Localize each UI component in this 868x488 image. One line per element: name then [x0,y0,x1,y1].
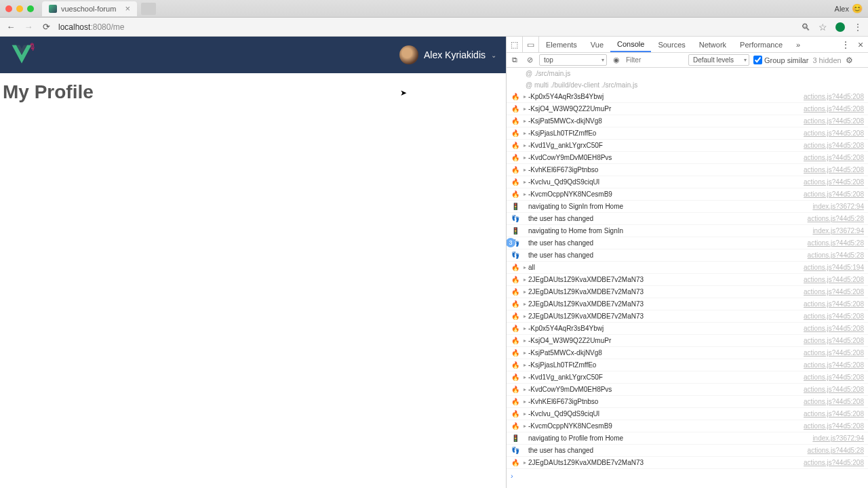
log-source-link[interactable]: actions.js?44d5:208 [804,103,864,115]
filter-input[interactable] [626,56,680,64]
expand-icon[interactable]: ▸ [521,188,528,200]
log-source-link[interactable]: actions.js?44d5:208 [804,408,864,420]
log-source-link[interactable]: actions.js?44d5:208 [804,347,864,359]
console-row[interactable]: 👣the user has changedactions.js?44d5:28 [507,445,868,457]
log-source-link[interactable]: actions.js?44d5:208 [804,359,864,371]
console-row[interactable]: 🔥▸-KsjPat5MWCx-dkjNVg8actions.js?44d5:20… [507,115,868,127]
log-source-link[interactable]: actions.js?44d5:28 [808,249,864,261]
devtools-menu-icon[interactable]: ⋮ [838,39,853,50]
log-source-link[interactable]: actions.js?44d5:208 [804,274,864,285]
new-tab-button[interactable] [141,3,156,15]
log-source-link[interactable]: actions.js?44d5:208 [804,115,864,127]
devtools-tab-sources[interactable]: Sources [651,37,692,52]
console-row[interactable]: 🔥▸2JEgDAUts1Z9KvaXMDBE7v2MaN73actions.js… [507,457,868,469]
expand-icon[interactable]: ▸ [521,152,528,163]
expand-icon[interactable]: ▸ [521,347,528,359]
console-row[interactable]: 🚦navigating to Profile from Homeindex.js… [507,432,868,445]
log-source-link[interactable]: actions.js?44d5:28 [808,213,864,224]
console-row[interactable]: 🔥▸-KsjO4_W3W9Q2Z2UmuPractions.js?44d5:20… [507,103,868,115]
close-window-button[interactable] [5,5,12,12]
expand-icon[interactable]: ▸ [521,262,528,273]
console-row[interactable]: 🔥▸-Kvclvu_Qd9QdS9ciqUlactions.js?44d5:20… [507,408,868,420]
console-row[interactable]: 🔥▸-KvhKEl6F673igPtnbsoactions.js?44d5:20… [507,164,868,176]
log-levels-selector[interactable]: Default levels [688,54,749,66]
console-row[interactable]: 🔥▸-KsjPjasLh0TFtZmffEoactions.js?44d5:20… [507,359,868,371]
live-expression-icon[interactable]: ◉ [611,56,622,64]
console-settings-icon[interactable]: ⚙ [846,56,853,65]
console-row[interactable]: 🔥▸-Kvclvu_Qd9QdS9ciqUlactions.js?44d5:20… [507,176,868,188]
clear-console-button[interactable]: ⊘ [524,56,535,64]
console-row[interactable]: 🚦navigating to Home from SignInindex.js?… [507,225,868,237]
log-source-link[interactable]: actions.js?44d5:208 [804,91,864,102]
console-row[interactable]: 🔥▸-KvdCowY9mDvM0EH8Pvsactions.js?44d5:20… [507,152,868,164]
search-icon[interactable]: 🔍︎ [801,22,810,33]
devtools-tab-console[interactable]: Console [610,37,651,52]
expand-icon[interactable]: ▸ [521,310,528,322]
tab-close-button[interactable]: × [125,3,130,14]
expand-icon[interactable]: ▸ [521,384,528,395]
console-row[interactable]: 🔥▸-KvcmOcppNYK8NCesmB9actions.js?44d5:20… [507,188,868,201]
console-row[interactable]: 🔥▸-KsjPat5MWCx-dkjNVg8actions.js?44d5:20… [507,347,868,359]
browser-profile[interactable]: Alex 😊 [835,3,863,14]
reload-button[interactable]: ⟳ [41,22,52,33]
console-row[interactable]: 🔥▸-Kp0x5Y4AqRr3sB4Ybwjactions.js?44d5:20… [507,323,868,335]
group-similar-input[interactable] [753,56,762,64]
expand-icon[interactable]: ▸ [521,457,528,468]
hidden-count[interactable]: 3 hidden [812,56,841,64]
console-prompt[interactable]: › [507,469,868,483]
forward-button[interactable]: → [23,22,34,33]
console-row[interactable]: 🔥▸2JEgDAUts1Z9KvaXMDBE7v2MaN73actions.js… [507,298,868,310]
expand-icon[interactable]: ▸ [521,371,528,383]
bookmark-icon[interactable]: ☆ [818,22,827,33]
console-row[interactable]: 🔥▸-KvcmOcppNYK8NCesmB9actions.js?44d5:20… [507,420,868,432]
log-source-link[interactable]: index.js?3672:94 [812,201,864,212]
log-source-link[interactable]: actions.js?44d5:28 [808,445,864,456]
log-source-link[interactable]: actions.js?44d5:208 [804,286,864,298]
log-source-link[interactable]: actions.js?44d5:28 [808,237,864,249]
log-source-link[interactable]: actions.js?44d5:208 [804,310,864,322]
group-similar-checkbox[interactable]: Group similar [753,56,808,64]
log-source-link[interactable]: actions.js?44d5:208 [804,188,864,200]
expand-icon[interactable]: ▸ [521,115,528,127]
log-source-link[interactable]: actions.js?44d5:194 [804,262,864,273]
expand-icon[interactable]: ▸ [521,91,528,102]
devtools-tab-performance[interactable]: Performance [733,37,789,52]
console-row[interactable]: 🔥▸-Kvd1Vg_ankLYgrxC50Factions.js?44d5:20… [507,371,868,384]
log-source-link[interactable]: actions.js?44d5:208 [804,371,864,383]
expand-icon[interactable]: ▸ [521,127,528,139]
expand-icon[interactable]: ▸ [521,274,528,285]
back-button[interactable]: ← [5,22,16,33]
expand-icon[interactable]: ▸ [521,335,528,346]
console-row[interactable]: 🔥▸-KsjPjasLh0TFtZmffEoactions.js?44d5:20… [507,127,868,140]
expand-icon[interactable]: ▸ [521,359,528,371]
console-row[interactable]: 🔥▸-Kvd1Vg_ankLYgrxC50Factions.js?44d5:20… [507,140,868,152]
expand-icon[interactable]: ▸ [521,298,528,310]
log-source-link[interactable]: actions.js?44d5:208 [804,384,864,395]
console-row[interactable]: 3👣the user has changedactions.js?44d5:28 [507,237,868,249]
minimize-window-button[interactable] [16,5,23,12]
expand-icon[interactable]: ▸ [521,420,528,432]
console-row[interactable]: 🔥▸-Kp0x5Y4AqRr3sB4Ybwjactions.js?44d5:20… [507,91,868,103]
log-source-link[interactable]: actions.js?44d5:208 [804,396,864,407]
log-source-link[interactable]: actions.js?44d5:208 [804,323,864,334]
console-sidebar-icon[interactable]: ⧉ [509,56,520,64]
expand-icon[interactable]: ▸ [521,323,528,334]
log-source-link[interactable]: actions.js?44d5:208 [804,335,864,346]
log-source-link[interactable]: actions.js?44d5:208 [804,140,864,151]
expand-icon[interactable]: ▸ [521,286,528,298]
log-source-link[interactable]: actions.js?44d5:208 [804,420,864,432]
log-source-link[interactable]: actions.js?44d5:208 [804,164,864,176]
console-log[interactable]: @ ./src/main.js @ multi ./build/dev-clie… [507,68,868,488]
devtools-tab-vue[interactable]: Vue [584,37,610,52]
console-row[interactable]: 👣the user has changedactions.js?44d5:28 [507,249,868,262]
menu-icon[interactable]: ⋮ [853,22,863,33]
expand-icon[interactable]: ▸ [521,396,528,407]
expand-icon[interactable]: ▸ [521,103,528,115]
console-row[interactable]: 🔥▸2JEgDAUts1Z9KvaXMDBE7v2MaN73actions.js… [507,274,868,286]
log-source-link[interactable]: actions.js?44d5:208 [804,127,864,139]
browser-tab[interactable]: vueschool-forum × [42,1,137,16]
log-source-link[interactable]: actions.js?44d5:208 [804,176,864,188]
inspect-element-icon[interactable]: ⬚ [507,37,523,53]
expand-icon[interactable]: ▸ [521,176,528,188]
console-row[interactable]: 🚦navigating to SignIn from Homeindex.js?… [507,201,868,213]
